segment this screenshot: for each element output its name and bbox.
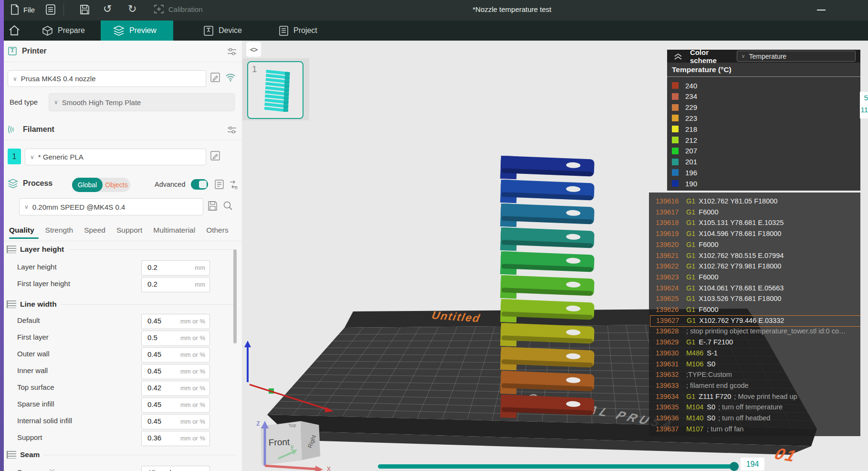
gcode-line[interactable]: 139636M140S0; turn off heatbed [650, 413, 860, 423]
gcode-line[interactable]: 139631M106S0 [650, 359, 860, 369]
setting-input-first-layer[interactable]: 0.5mm or % [141, 331, 210, 346]
legend-item[interactable]: 212 [672, 135, 697, 145]
file-menu[interactable]: File [10, 4, 35, 15]
bed-type-select[interactable]: ∨ Smooth High Temp Plate [49, 93, 235, 111]
collapse-plate-list-button[interactable]: <> [246, 42, 261, 57]
gcode-line[interactable]: 139617G1F6000 [650, 207, 860, 217]
gcode-line[interactable]: 139632;TYPE:Custom [650, 369, 860, 380]
gcode-line[interactable]: 139637M107; turn off fan [650, 424, 860, 434]
tab-device[interactable]: Device [191, 21, 254, 41]
param-tab-quality[interactable]: Quality [9, 226, 34, 235]
setting-input-default[interactable]: 0.45mm or % [141, 314, 210, 329]
advanced-toggle[interactable] [191, 179, 208, 190]
legend-item[interactable]: 229 [672, 102, 697, 113]
gcode-line[interactable]: 139620G1F6000 [650, 239, 860, 250]
notes-menu-icon[interactable] [45, 4, 56, 15]
collapse-panel-icon[interactable] [673, 53, 683, 60]
preset-list-icon[interactable] [214, 179, 224, 190]
sidebar-scrollbar[interactable] [233, 249, 237, 343]
gcode-viewer-panel[interactable]: 139616G1X102.762 Y81.05 F18000139617G1F6… [649, 193, 860, 436]
filament-slot-badge[interactable]: 1 [8, 149, 21, 164]
gcode-comment: ; stop printing object temperature_tower… [686, 327, 846, 335]
minimize-button[interactable] [817, 10, 826, 11]
setting-label: Sparse infill [17, 400, 54, 408]
param-tab-others[interactable]: Others [206, 226, 229, 235]
compare-presets-icon[interactable]: B [228, 179, 239, 190]
section-header-seam[interactable]: Seam [7, 450, 237, 459]
gcode-line[interactable]: 139623G1F6000 [650, 272, 860, 282]
param-tab-multimaterial[interactable]: Multimaterial [153, 226, 195, 235]
color-scheme-select[interactable]: ∨ Temperature [737, 51, 856, 62]
move-slider-track[interactable] [378, 464, 739, 469]
search-preset-icon[interactable] [222, 200, 233, 211]
tab-preview[interactable]: Preview [101, 21, 173, 41]
filament-preset-select[interactable]: ∨ * Generic PLA [25, 149, 206, 165]
legend-item[interactable]: 207 [672, 146, 697, 156]
redo-icon[interactable]: ↻ [128, 3, 136, 15]
temperature-tower-model[interactable] [497, 152, 617, 429]
legend-item[interactable]: 223 [672, 113, 697, 123]
save-preset-icon[interactable] [207, 200, 218, 212]
param-tab-strength[interactable]: Strength [45, 226, 73, 235]
legend-item[interactable]: 196 [672, 167, 697, 178]
gcode-line[interactable]: 139628; stop printing object temperature… [650, 326, 860, 336]
navigation-cube[interactable]: Top Front Right y z x [251, 413, 346, 471]
gcode-line[interactable]: 139616G1X102.762 Y81.05 F18000 [650, 196, 860, 206]
legend-item[interactable]: 190 [672, 178, 697, 189]
setting-input-inner-wall[interactable]: 0.45mm or % [141, 364, 210, 379]
legend-item[interactable]: 234 [672, 91, 697, 102]
gcode-line[interactable]: 139618G1X105.131 Y78.681 E.10325 [650, 217, 860, 228]
gcode-line[interactable]: 139633; filament end gcode [650, 380, 860, 391]
gcode-line[interactable]: 139622G1X102.762 Y79.981 F18000 [650, 261, 860, 271]
tower-layer-block [500, 395, 595, 421]
calibration-menu[interactable]: Calibration [154, 4, 203, 14]
gcode-line[interactable]: 139624G1X104.061 Y78.681 E.05663 [650, 283, 860, 293]
gcode-line[interactable]: 139625G1X103.526 Y78.681 F18000 [650, 293, 860, 304]
gcode-line-highlighted[interactable]: 139627G1X102.762 Y79.446 E.03332 [650, 315, 860, 327]
param-tab-support[interactable]: Support [116, 226, 142, 235]
legend-item[interactable]: 240 [672, 80, 697, 91]
tower-layer-block [500, 203, 595, 230]
wifi-connection-icon[interactable] [225, 71, 236, 83]
legend-color-swatch [672, 126, 679, 132]
setting-input-support[interactable]: 0.36mm or % [141, 431, 210, 446]
printer-section-header: Printer [8, 46, 47, 56]
setting-input-sparse-infill[interactable]: 0.45mm or % [141, 397, 210, 413]
process-scope-objects[interactable]: Objects [103, 178, 130, 192]
edit-printer-icon[interactable] [210, 72, 220, 83]
printer-settings-icon[interactable] [227, 47, 237, 56]
section-header-layer-height[interactable]: Layer height [7, 245, 237, 254]
tab-prepare[interactable]: Prepare [30, 21, 97, 41]
gcode-line[interactable]: 139630M486S-1 [650, 348, 860, 358]
gcode-line[interactable]: 139621G1X102.762 Y80.515 E.07994 [650, 250, 860, 261]
gcode-line[interactable]: 139635M104S0; turn off temperature [650, 402, 860, 412]
gcode-command: M104 [686, 403, 703, 411]
setting-input-top-surface[interactable]: 0.42mm or % [141, 381, 210, 396]
setting-input-first-layer-height[interactable]: 0.2mm [141, 277, 210, 292]
filament-settings-icon[interactable] [227, 126, 237, 134]
gcode-line[interactable]: 139634G1Z111 F720; Move print head up [650, 391, 860, 402]
setting-input-internal-solid-infill[interactable]: 0.45mm or % [141, 414, 210, 429]
section-header-line-width[interactable]: Line width [7, 300, 237, 309]
gcode-line[interactable]: 139626G1F6000 [650, 304, 860, 315]
setting-input-outer-wall[interactable]: 0.45mm or % [141, 347, 210, 363]
move-slider-knob[interactable] [730, 462, 739, 471]
legend-item[interactable]: 218 [672, 124, 697, 134]
printer-preset-select[interactable]: ∨ Prusa MK4S 0.4 nozzle [8, 70, 206, 87]
tab-project[interactable]: Project [266, 21, 330, 41]
param-tab-speed[interactable]: Speed [84, 226, 105, 235]
legend-item[interactable]: 201 [672, 157, 697, 167]
tower-layer-block [500, 323, 595, 349]
undo-icon[interactable]: ↺ [103, 3, 112, 15]
gcode-line[interactable]: 139619G1X104.596 Y78.681 F18000 [650, 228, 860, 239]
legend-value: 190 [685, 180, 697, 188]
setting-input-layer-height[interactable]: 0.2mm [141, 260, 210, 276]
process-preset-select[interactable]: ∨ 0.20mm SPEED @MK4S 0.4 [19, 198, 203, 215]
save-icon[interactable] [79, 4, 90, 15]
process-scope-global[interactable]: Global [72, 178, 103, 192]
edit-filament-icon[interactable] [210, 150, 220, 161]
setting-input-seam-position[interactable]: Aligned [141, 466, 210, 471]
gcode-line[interactable]: 139629G1E-.7 F2100 [650, 337, 860, 347]
home-icon[interactable] [8, 24, 21, 37]
plate-thumbnail[interactable]: 1 [247, 61, 303, 119]
